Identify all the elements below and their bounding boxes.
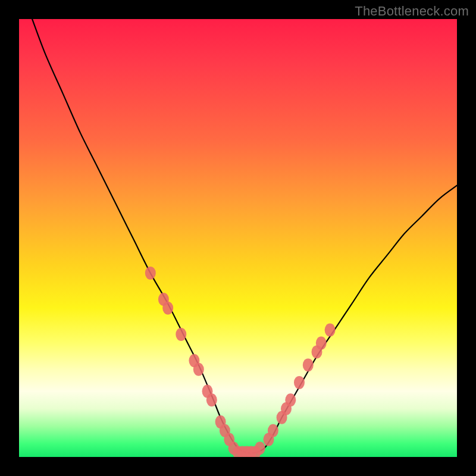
watermark-text: TheBottleneck.com [355, 4, 469, 19]
data-dot [220, 424, 230, 437]
data-dot [281, 402, 292, 415]
chart-frame: TheBottleneck.com [0, 0, 476, 476]
data-dot [202, 385, 213, 398]
bottleneck-curve-svg [19, 19, 457, 457]
data-dot [215, 415, 226, 428]
data-dot [264, 433, 274, 446]
data-dot [285, 393, 296, 406]
data-dot [224, 433, 234, 446]
data-dot [246, 446, 256, 457]
data-dot [268, 424, 278, 437]
curve-path [32, 19, 457, 453]
data-dot [294, 376, 305, 389]
data-dot [325, 324, 336, 337]
data-dot [193, 363, 204, 376]
data-dot [189, 354, 199, 367]
data-dot [176, 328, 186, 341]
data-dot [237, 446, 248, 457]
dots-group [145, 267, 336, 457]
data-dot [162, 302, 173, 315]
data-dot [255, 441, 265, 455]
data-dot [277, 411, 287, 424]
data-dot [242, 446, 252, 457]
plot-area [19, 19, 457, 457]
data-dot [206, 393, 217, 406]
data-dot [312, 345, 322, 358]
data-dot [228, 441, 239, 455]
data-dot [158, 293, 169, 306]
data-dot [303, 358, 314, 371]
data-dot [145, 267, 156, 280]
data-dot [250, 446, 261, 457]
data-dot [316, 337, 327, 350]
data-dot [233, 446, 243, 457]
